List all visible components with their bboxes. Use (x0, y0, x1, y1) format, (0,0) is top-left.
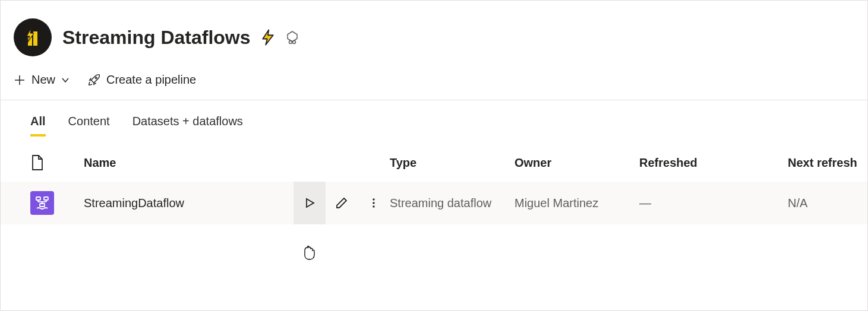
column-header-type[interactable]: Type (390, 156, 515, 170)
column-header-owner[interactable]: Owner (515, 156, 639, 170)
workspace-title-row: Streaming Dataflows (62, 27, 299, 49)
svg-rect-7 (36, 197, 40, 200)
row-next-refresh: N/A (788, 196, 867, 210)
column-header-next-refresh[interactable]: Next refresh (788, 156, 867, 170)
new-button[interactable]: New (14, 73, 70, 87)
create-pipeline-label: Create a pipeline (106, 73, 196, 87)
row-owner: Miguel Martinez (515, 196, 639, 210)
svg-point-15 (373, 198, 374, 200)
content-area: Name Type Owner Refreshed Next refresh (1, 137, 867, 224)
svg-point-2 (289, 41, 292, 44)
row-refreshed: — (639, 196, 788, 210)
svg-rect-8 (44, 197, 48, 200)
more-options-button[interactable] (358, 182, 390, 224)
play-button[interactable] (293, 182, 326, 224)
play-icon (304, 197, 315, 209)
svg-point-16 (373, 202, 374, 204)
svg-point-3 (292, 41, 295, 44)
column-header-refreshed[interactable]: Refreshed (639, 156, 788, 170)
items-table: Name Type Owner Refreshed Next refresh (1, 154, 867, 224)
plus-icon (14, 74, 26, 86)
svg-point-17 (373, 205, 374, 207)
rocket-icon (87, 74, 100, 87)
streaming-dataflow-icon (30, 191, 54, 215)
svg-point-6 (95, 77, 97, 78)
toolbar: New Create a pipeline (1, 66, 867, 100)
svg-rect-9 (40, 204, 45, 207)
column-header-icon[interactable] (30, 154, 84, 171)
more-vertical-icon (368, 197, 380, 209)
tabs: All Content Datasets + dataflows (1, 100, 867, 137)
premium-icon (285, 30, 299, 45)
row-actions (293, 182, 390, 224)
workspace-title: Streaming Dataflows (62, 27, 251, 49)
row-type: Streaming dataflow (390, 196, 515, 210)
workspace-header: Streaming Dataflows (1, 1, 867, 66)
svg-marker-14 (307, 199, 314, 207)
column-header-name[interactable]: Name (84, 156, 390, 170)
tab-content[interactable]: Content (68, 115, 110, 137)
workspace-avatar (14, 18, 52, 56)
workspace-chart-icon (22, 27, 43, 48)
table-row[interactable]: StreamingDataflow (1, 182, 867, 224)
pencil-icon (335, 196, 348, 210)
chevron-down-icon (61, 76, 70, 84)
row-type-icon-cell (30, 191, 84, 215)
cursor-icon (303, 245, 316, 263)
tab-datasets-dataflows[interactable]: Datasets + dataflows (132, 115, 243, 137)
edit-button[interactable] (326, 182, 358, 224)
tab-all[interactable]: All (30, 115, 46, 137)
new-button-label: New (31, 73, 55, 87)
lightning-icon (259, 28, 277, 46)
row-name[interactable]: StreamingDataflow (84, 196, 285, 210)
table-header: Name Type Owner Refreshed Next refresh (1, 154, 867, 182)
document-icon (30, 154, 45, 171)
row-name-cell: StreamingDataflow (84, 182, 390, 224)
create-pipeline-button[interactable]: Create a pipeline (87, 73, 196, 87)
